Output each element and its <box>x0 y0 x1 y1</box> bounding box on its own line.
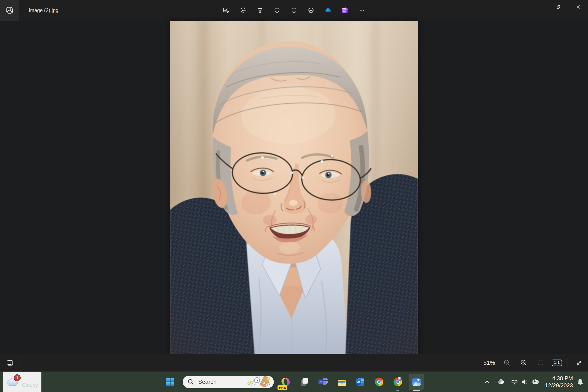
task-view-icon <box>299 377 310 387</box>
photos-app-icon <box>5 6 14 15</box>
minimize-button[interactable] <box>529 0 548 14</box>
clock-widget[interactable]: 4:38 PM 12/29/2023 <box>545 375 573 389</box>
zoom-in-button[interactable] <box>518 357 529 368</box>
search-placeholder: Search <box>198 379 246 385</box>
close-button[interactable] <box>568 0 588 14</box>
viewer-canvas: 51% <box>0 21 588 371</box>
portrait-illustration <box>170 21 418 354</box>
search-icon <box>188 378 194 385</box>
close-icon <box>575 4 581 10</box>
notification-count-badge: 1 <box>14 374 21 381</box>
window-title: image (2).jpg <box>29 0 58 21</box>
notifications-button[interactable] <box>576 372 584 392</box>
zoom-in-icon <box>520 359 528 367</box>
print-button[interactable] <box>306 5 316 16</box>
ellipsis-icon <box>358 6 366 14</box>
wifi-icon <box>511 378 518 386</box>
photos-taskbar-icon <box>411 377 422 387</box>
fullscreen-icon <box>575 359 583 367</box>
wifi-button[interactable] <box>511 372 518 392</box>
zoom-out-icon <box>503 359 511 367</box>
chevron-up-icon <box>483 378 491 386</box>
footer-divider-left <box>20 358 20 367</box>
zoom-level-readout: 51% <box>483 360 495 366</box>
volume-button[interactable] <box>521 372 529 392</box>
onedrive-button[interactable] <box>323 5 333 16</box>
battery-charging-icon <box>532 378 540 386</box>
bell-icon <box>576 378 584 386</box>
weather-temperature: 39°F <box>22 376 38 382</box>
window-controls <box>529 0 588 14</box>
clipchamp-button[interactable] <box>340 5 350 16</box>
taskbar-app-icons: PRE T <box>276 372 426 392</box>
filmstrip-toggle-button[interactable] <box>4 357 16 368</box>
favorite-button[interactable] <box>272 5 282 16</box>
viewer-footer: 51% <box>0 354 588 371</box>
edit-image-icon <box>222 6 230 14</box>
taskbar-chrome[interactable] <box>370 372 388 392</box>
filmstrip-icon <box>6 359 14 367</box>
onedrive-icon <box>324 6 332 14</box>
taskbar-copilot[interactable]: PRE <box>276 372 295 392</box>
fullscreen-button[interactable] <box>574 357 584 368</box>
teams-icon: T <box>318 377 328 387</box>
actual-size-label: 1:1 <box>552 360 562 366</box>
delete-button[interactable] <box>255 5 265 16</box>
chrome-icon <box>374 377 384 387</box>
taskbar-task-view[interactable] <box>295 372 314 392</box>
photos-app-window: image (2).jpg <box>0 0 588 392</box>
photos-active-indicator <box>413 390 420 391</box>
taskbar-photos-active[interactable] <box>407 372 426 392</box>
trash-icon <box>256 6 264 14</box>
file-explorer-icon <box>336 377 347 387</box>
word-icon: W <box>355 377 366 387</box>
app-tile <box>0 0 19 21</box>
toolbar <box>221 0 367 21</box>
chrome-running-indicator <box>396 390 399 391</box>
tray-date: 12/29/2023 <box>545 382 573 389</box>
windows-start-icon <box>165 377 175 387</box>
taskbar-chrome-profile[interactable] <box>388 372 407 392</box>
hidden-icons-button[interactable] <box>483 372 491 392</box>
footer-divider-right <box>568 358 568 367</box>
clipchamp-icon <box>341 6 349 14</box>
tray-time: 4:38 PM <box>552 375 573 382</box>
info-button[interactable] <box>289 5 299 16</box>
taskbar: 1 39°F Cloudy Search <box>0 371 588 392</box>
onedrive-tray-button[interactable] <box>497 372 504 392</box>
copilot-pre-badge: PRE <box>278 385 287 390</box>
fit-to-window-icon <box>536 359 544 367</box>
search-highlight-illustration <box>246 376 272 388</box>
system-tray: 4:38 PM 12/29/2023 <box>483 372 588 392</box>
photo-portrait[interactable] <box>170 21 418 354</box>
word-letter: W <box>356 380 360 384</box>
info-icon <box>290 6 298 14</box>
actual-size-button[interactable]: 1:1 <box>552 357 562 368</box>
edit-image-button[interactable] <box>221 5 231 16</box>
rotate-icon <box>239 6 247 14</box>
taskbar-teams[interactable]: T <box>314 372 332 392</box>
onedrive-tray-icon <box>497 378 504 386</box>
rotate-button[interactable] <box>238 5 248 16</box>
fit-to-window-button[interactable] <box>535 357 546 368</box>
taskbar-word[interactable]: W <box>351 372 370 392</box>
restore-icon <box>556 4 561 10</box>
teams-letter: T <box>320 380 322 384</box>
minimize-icon <box>536 4 542 10</box>
chrome-profile-icon <box>393 377 403 387</box>
see-more-button[interactable] <box>357 5 367 16</box>
taskbar-search[interactable]: Search <box>183 376 274 388</box>
taskbar-file-explorer[interactable] <box>332 372 351 392</box>
start-button[interactable] <box>163 375 177 389</box>
heart-icon <box>273 6 281 14</box>
volume-icon <box>521 378 529 386</box>
maximize-restore-button[interactable] <box>548 0 568 14</box>
battery-button[interactable] <box>532 372 540 392</box>
titlebar: image (2).jpg <box>0 0 588 21</box>
print-icon <box>307 6 315 14</box>
weather-condition: Cloudy <box>22 382 38 388</box>
zoom-out-button[interactable] <box>502 357 512 368</box>
weather-widget[interactable]: 1 39°F Cloudy <box>3 372 42 392</box>
